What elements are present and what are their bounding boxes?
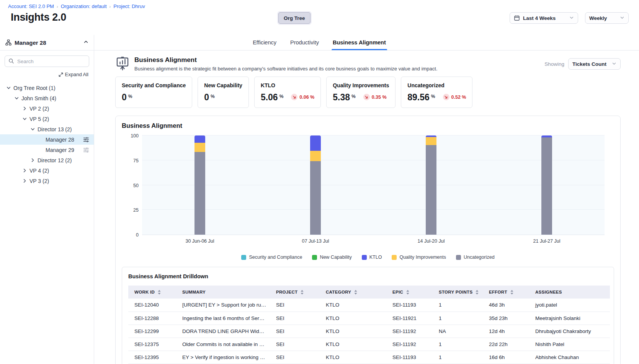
- tree-item-label: Org Tree Root (1): [13, 85, 56, 91]
- metric-value: 5.38: [333, 93, 350, 102]
- column-header-label: ASSIGNEES: [535, 290, 562, 294]
- granularity-select[interactable]: Weekly: [585, 12, 629, 24]
- trend-down-arrow-icon: [291, 94, 297, 100]
- column-header-project[interactable]: PROJECT: [270, 286, 320, 299]
- tab-productivity[interactable]: Productivity: [289, 35, 320, 50]
- tree-item-org-tree-root-1-[interactable]: Org Tree Root (1): [0, 83, 94, 93]
- legend-swatch: [312, 255, 317, 260]
- tree-item-vp-4-2-[interactable]: VP 4 (2): [0, 165, 94, 176]
- bar-segment-quality-improvements: [426, 137, 436, 145]
- org-tree-button[interactable]: Org Tree: [278, 12, 311, 24]
- breadcrumb-link[interactable]: Project: Dhruv: [113, 3, 145, 9]
- tree-item-vp-5-2-[interactable]: VP 5 (2): [0, 114, 94, 124]
- chevron-up-icon[interactable]: [83, 39, 88, 46]
- chevron-down-icon[interactable]: [13, 95, 20, 101]
- top-header: Account: SEI 2.0 PM›Organization: defaul…: [0, 0, 639, 35]
- metric-card-title: KTLO: [261, 82, 314, 88]
- metric-unit: %: [211, 93, 215, 99]
- column-header-work-id[interactable]: WORK ID: [128, 286, 176, 299]
- bar-segment-ktlo: [310, 135, 321, 151]
- tree-item-director-12-2-[interactable]: Director 12 (2): [0, 155, 94, 165]
- table-cell: Older Commits is not available in SEI - …: [176, 338, 270, 351]
- tree-item-label: VP 3 (2): [29, 178, 49, 184]
- table-row: SEI-12299DORA TREND LINE GRAPH Widgets i…: [128, 325, 610, 338]
- x-axis-tick-label: 07 Jul-13 Jul: [302, 238, 329, 244]
- column-header-category[interactable]: CATEGORY: [320, 286, 386, 299]
- table-cell: SEI-12299: [128, 325, 176, 338]
- bar-segment-ktlo: [426, 135, 436, 137]
- table-cell: 46d 3h: [483, 299, 529, 312]
- breadcrumb-link[interactable]: Account: SEI 2.0 PM: [8, 3, 54, 9]
- tree-indent: [38, 137, 44, 143]
- tabs-group: EfficiencyProductivityBusiness Alignment: [252, 35, 387, 50]
- table-cell: SEI-12040: [128, 299, 176, 312]
- tree-item-manager-28[interactable]: Manager 28: [0, 134, 94, 145]
- table-row: SEI-12395EY > Verify if ingestion is wor…: [128, 351, 610, 364]
- table-cell: 12d 4h: [483, 325, 529, 338]
- table-cell: SEI: [270, 312, 320, 325]
- chevron-right-icon[interactable]: [21, 168, 28, 174]
- tab-business-alignment[interactable]: Business Alignment: [332, 35, 387, 50]
- tree-item-label: VP 4 (2): [29, 168, 49, 174]
- legend-item-ktlo: KTLO: [362, 255, 382, 260]
- metric-card-security-and-compliance: Security and Compliance0%: [115, 77, 192, 108]
- table-cell: 1: [433, 338, 483, 351]
- chevron-right-icon[interactable]: [29, 157, 36, 163]
- filter-sliders-icon[interactable]: [83, 137, 89, 143]
- sidebar: Manager 28 Expand All Org Tree Root (1)J…: [0, 35, 94, 364]
- table-cell: NA: [433, 325, 483, 338]
- bar-segment-uncategorized: [194, 152, 205, 235]
- table-cell: KTLO: [320, 351, 386, 364]
- org-tree: Org Tree Root (1)John Smith (4)VP 2 (2)V…: [0, 83, 94, 186]
- tree-item-director-13-2-[interactable]: Director 13 (2): [0, 124, 94, 134]
- metric-value: 5.06: [261, 93, 278, 102]
- tab-efficiency[interactable]: Efficiency: [252, 35, 278, 50]
- table-cell: KTLO: [320, 325, 386, 338]
- tree-item-label: Director 12 (2): [38, 157, 72, 163]
- table-cell: KTLO: [320, 299, 386, 312]
- tree-item-manager-29[interactable]: Manager 29: [0, 145, 94, 155]
- tree-item-vp-2-2-[interactable]: VP 2 (2): [0, 103, 94, 114]
- section-title: Business Alignment: [134, 56, 438, 64]
- table-cell: Meetrajsinh Solanki: [529, 312, 610, 325]
- trend-down-arrow-icon: [443, 94, 449, 100]
- tree-item-label: VP 5 (2): [29, 116, 49, 122]
- column-header-effort[interactable]: EFFORT: [483, 286, 529, 299]
- showing-select[interactable]: Tickets Count: [568, 58, 621, 70]
- date-range-select[interactable]: Last 4 Weeks: [510, 12, 578, 24]
- column-header-inner: CATEGORY: [326, 290, 383, 295]
- column-header-label: EPIC: [392, 290, 403, 294]
- breadcrumb-link[interactable]: Organization: default: [61, 3, 107, 9]
- metric-delta-badge: 0.06 %: [291, 93, 314, 100]
- table-cell: SEI-11193: [386, 299, 433, 312]
- search-icon: [8, 58, 14, 65]
- showing-label: Showing: [544, 61, 564, 67]
- chevron-down-icon[interactable]: [29, 126, 36, 132]
- chevron-right-icon[interactable]: [21, 106, 28, 112]
- filter-sliders-icon[interactable]: [83, 147, 89, 153]
- tab-bar: EfficiencyProductivityBusiness Alignment: [94, 35, 639, 51]
- metric-card-title: Quality Improvements: [333, 82, 389, 88]
- column-header-label: STORY POINTS: [439, 290, 472, 294]
- tree-item-label: VP 2 (2): [29, 106, 49, 112]
- tree-item-vp-3-2-[interactable]: VP 3 (2): [0, 176, 94, 186]
- chevron-down-icon[interactable]: [21, 116, 28, 122]
- column-header-story-points[interactable]: STORY POINTS: [433, 286, 483, 299]
- chevron-right-icon[interactable]: [21, 178, 28, 184]
- metric-delta-value: 0.52 %: [451, 95, 466, 100]
- granularity-value: Weekly: [589, 15, 607, 21]
- expand-all-button[interactable]: Expand All: [0, 67, 94, 80]
- metric-unit: %: [128, 93, 132, 99]
- bar-segment-ktlo: [194, 135, 205, 143]
- column-header-inner: SUMMARY: [182, 290, 267, 294]
- table-row: SEI-12040[URGENT] EY > Support for job r…: [128, 299, 610, 312]
- table-cell: Dhrubajyoti Chakraborty: [529, 325, 610, 338]
- presentation-chart-icon: [115, 56, 130, 71]
- column-header-epic[interactable]: EPIC: [386, 286, 433, 299]
- gridline: [142, 135, 605, 135]
- column-header-label: CATEGORY: [326, 290, 351, 294]
- search-input[interactable]: [5, 55, 89, 67]
- column-header-inner: EPIC: [392, 290, 430, 295]
- chevron-down-icon[interactable]: [5, 85, 11, 91]
- tree-item-john-smith-4-[interactable]: John Smith (4): [0, 93, 94, 103]
